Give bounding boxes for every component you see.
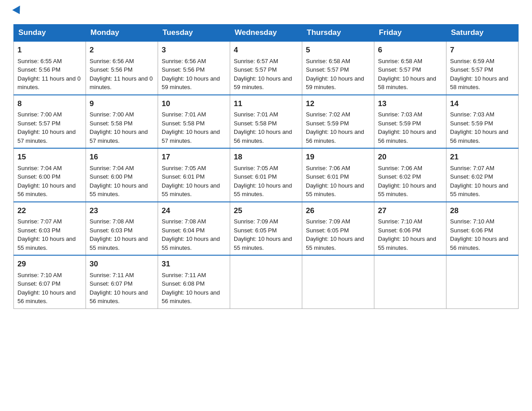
sunrise-text: Sunrise: 7:10 AM bbox=[450, 218, 494, 225]
sunset-text: Sunset: 5:58 PM bbox=[162, 120, 205, 127]
sunrise-text: Sunrise: 7:08 AM bbox=[90, 218, 134, 225]
daylight-text: Daylight: 10 hours and 58 minutes. bbox=[378, 75, 436, 91]
sunrise-text: Sunrise: 7:07 AM bbox=[17, 218, 62, 225]
sunrise-text: Sunrise: 7:03 AM bbox=[378, 111, 422, 118]
daylight-text: Daylight: 10 hours and 55 minutes. bbox=[234, 235, 292, 251]
daylight-text: Daylight: 10 hours and 56 minutes. bbox=[162, 289, 220, 305]
calendar-week-2: 8Sunrise: 7:00 AMSunset: 5:57 PMDaylight… bbox=[14, 95, 519, 149]
daylight-text: Daylight: 11 hours and 0 minutes. bbox=[17, 75, 81, 91]
calendar-cell: 17Sunrise: 7:05 AMSunset: 6:01 PMDayligh… bbox=[158, 148, 230, 202]
daylight-text: Daylight: 10 hours and 55 minutes. bbox=[378, 182, 436, 198]
calendar-cell bbox=[230, 255, 302, 308]
daylight-text: Daylight: 10 hours and 56 minutes. bbox=[17, 289, 76, 305]
day-number: 15 bbox=[17, 151, 82, 163]
sunset-text: Sunset: 6:06 PM bbox=[378, 227, 421, 234]
daylight-text: Daylight: 10 hours and 56 minutes. bbox=[306, 128, 364, 144]
calendar-cell: 22Sunrise: 7:07 AMSunset: 6:03 PMDayligh… bbox=[14, 202, 86, 256]
calendar-cell: 28Sunrise: 7:10 AMSunset: 6:06 PMDayligh… bbox=[446, 202, 519, 256]
daylight-text: Daylight: 10 hours and 56 minutes. bbox=[90, 289, 148, 305]
day-number: 26 bbox=[306, 205, 370, 217]
calendar-cell: 31Sunrise: 7:11 AMSunset: 6:08 PMDayligh… bbox=[158, 255, 230, 308]
calendar-table: SundayMondayTuesdayWednesdayThursdayFrid… bbox=[13, 24, 519, 309]
day-number: 25 bbox=[234, 205, 298, 217]
calendar-cell: 26Sunrise: 7:09 AMSunset: 6:05 PMDayligh… bbox=[302, 202, 374, 256]
sunset-text: Sunset: 6:06 PM bbox=[450, 227, 493, 234]
daylight-text: Daylight: 10 hours and 55 minutes. bbox=[162, 182, 220, 198]
calendar-cell: 12Sunrise: 7:02 AMSunset: 5:59 PMDayligh… bbox=[302, 95, 374, 149]
sunset-text: Sunset: 6:00 PM bbox=[17, 173, 60, 180]
calendar-cell: 8Sunrise: 7:00 AMSunset: 5:57 PMDaylight… bbox=[14, 95, 86, 149]
sunset-text: Sunset: 5:59 PM bbox=[450, 120, 493, 127]
calendar-cell: 20Sunrise: 7:06 AMSunset: 6:02 PMDayligh… bbox=[374, 148, 446, 202]
day-number: 31 bbox=[162, 258, 226, 270]
day-number: 24 bbox=[162, 205, 226, 217]
calendar-week-5: 29Sunrise: 7:10 AMSunset: 6:07 PMDayligh… bbox=[14, 255, 519, 308]
sunrise-text: Sunrise: 7:07 AM bbox=[450, 165, 494, 171]
daylight-text: Daylight: 10 hours and 55 minutes. bbox=[234, 182, 292, 198]
sunrise-text: Sunrise: 7:05 AM bbox=[162, 165, 206, 171]
daylight-text: Daylight: 10 hours and 55 minutes. bbox=[17, 235, 76, 251]
calendar-cell: 14Sunrise: 7:03 AMSunset: 5:59 PMDayligh… bbox=[446, 95, 519, 149]
daylight-text: Daylight: 10 hours and 59 minutes. bbox=[234, 75, 292, 91]
day-number: 22 bbox=[17, 205, 82, 217]
sunrise-text: Sunrise: 7:09 AM bbox=[234, 218, 278, 225]
sunrise-text: Sunrise: 6:58 AM bbox=[306, 58, 350, 64]
calendar-header-row: SundayMondayTuesdayWednesdayThursdayFrid… bbox=[14, 25, 519, 42]
sunset-text: Sunset: 6:07 PM bbox=[17, 280, 60, 287]
sunrise-text: Sunrise: 7:10 AM bbox=[17, 272, 62, 278]
sunset-text: Sunset: 6:07 PM bbox=[90, 280, 133, 287]
daylight-text: Daylight: 10 hours and 55 minutes. bbox=[90, 235, 148, 251]
sunrise-text: Sunrise: 7:01 AM bbox=[162, 111, 206, 118]
daylight-text: Daylight: 11 hours and 0 minutes. bbox=[90, 75, 153, 91]
day-number: 2 bbox=[90, 44, 154, 56]
sunrise-text: Sunrise: 7:00 AM bbox=[17, 111, 62, 118]
calendar-cell: 11Sunrise: 7:01 AMSunset: 5:58 PMDayligh… bbox=[230, 95, 302, 149]
sunset-text: Sunset: 6:01 PM bbox=[234, 173, 277, 180]
sunrise-text: Sunrise: 6:59 AM bbox=[450, 58, 494, 64]
calendar-cell: 27Sunrise: 7:10 AMSunset: 6:06 PMDayligh… bbox=[374, 202, 446, 256]
calendar-cell: 9Sunrise: 7:00 AMSunset: 5:58 PMDaylight… bbox=[86, 95, 158, 149]
daylight-text: Daylight: 10 hours and 55 minutes. bbox=[450, 182, 508, 198]
sunset-text: Sunset: 6:04 PM bbox=[162, 227, 205, 234]
daylight-text: Daylight: 10 hours and 56 minutes. bbox=[17, 182, 76, 198]
calendar-cell bbox=[446, 255, 519, 308]
day-number: 21 bbox=[450, 151, 515, 163]
sunrise-text: Sunrise: 6:57 AM bbox=[234, 58, 278, 64]
sunrise-text: Sunrise: 7:10 AM bbox=[378, 218, 422, 225]
daylight-text: Daylight: 10 hours and 55 minutes. bbox=[90, 182, 148, 198]
calendar-cell: 21Sunrise: 7:07 AMSunset: 6:02 PMDayligh… bbox=[446, 148, 519, 202]
calendar-cell: 23Sunrise: 7:08 AMSunset: 6:03 PMDayligh… bbox=[86, 202, 158, 256]
day-header-wednesday: Wednesday bbox=[230, 25, 302, 42]
calendar-week-3: 15Sunrise: 7:04 AMSunset: 6:00 PMDayligh… bbox=[14, 148, 519, 202]
sunset-text: Sunset: 6:02 PM bbox=[378, 173, 421, 180]
daylight-text: Daylight: 10 hours and 57 minutes. bbox=[17, 128, 76, 144]
sunset-text: Sunset: 6:02 PM bbox=[450, 173, 493, 180]
sunset-text: Sunset: 5:57 PM bbox=[17, 120, 60, 127]
day-number: 10 bbox=[162, 98, 226, 110]
day-number: 8 bbox=[17, 98, 82, 110]
sunrise-text: Sunrise: 7:08 AM bbox=[162, 218, 206, 225]
sunset-text: Sunset: 5:58 PM bbox=[90, 120, 133, 127]
calendar-cell: 3Sunrise: 6:56 AMSunset: 5:56 PMDaylight… bbox=[158, 41, 230, 95]
day-number: 11 bbox=[234, 98, 298, 110]
sunset-text: Sunset: 5:56 PM bbox=[90, 66, 133, 73]
logo bbox=[13, 9, 23, 16]
sunset-text: Sunset: 6:01 PM bbox=[162, 173, 205, 180]
sunrise-text: Sunrise: 7:02 AM bbox=[306, 111, 350, 118]
calendar-cell: 7Sunrise: 6:59 AMSunset: 5:57 PMDaylight… bbox=[446, 41, 519, 95]
day-header-saturday: Saturday bbox=[446, 25, 519, 42]
logo-arrow-icon bbox=[12, 6, 23, 17]
daylight-text: Daylight: 10 hours and 55 minutes. bbox=[162, 235, 220, 251]
calendar-cell: 2Sunrise: 6:56 AMSunset: 5:56 PMDaylight… bbox=[86, 41, 158, 95]
day-header-sunday: Sunday bbox=[14, 25, 86, 42]
calendar-cell: 10Sunrise: 7:01 AMSunset: 5:58 PMDayligh… bbox=[158, 95, 230, 149]
day-number: 18 bbox=[234, 151, 298, 163]
sunset-text: Sunset: 5:57 PM bbox=[306, 66, 349, 73]
day-number: 4 bbox=[234, 44, 298, 56]
day-number: 14 bbox=[450, 98, 515, 110]
calendar-cell: 16Sunrise: 7:04 AMSunset: 6:00 PMDayligh… bbox=[86, 148, 158, 202]
sunrise-text: Sunrise: 7:05 AM bbox=[234, 165, 278, 171]
calendar-cell: 5Sunrise: 6:58 AMSunset: 5:57 PMDaylight… bbox=[302, 41, 374, 95]
day-number: 6 bbox=[378, 44, 442, 56]
calendar-cell bbox=[374, 255, 446, 308]
